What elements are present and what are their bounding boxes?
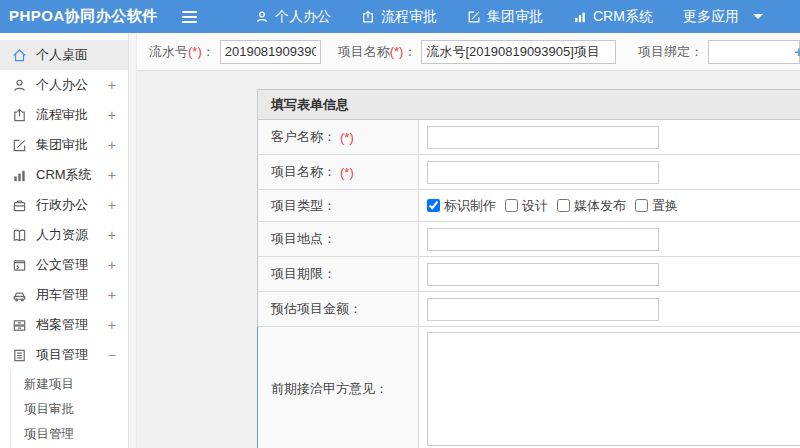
field-label: 项目类型： xyxy=(258,190,419,221)
project-binding-input[interactable] xyxy=(708,40,800,64)
project-type-checkbox-group: 标识制作 设计 媒体发布 置换 xyxy=(427,197,687,215)
checkbox-option-sign-making[interactable]: 标识制作 xyxy=(427,197,496,215)
sidebar-item-workflow-approval[interactable]: 流程审批 + xyxy=(0,100,128,130)
serial-number-input[interactable] xyxy=(220,40,321,64)
hamburger-menu-icon[interactable] xyxy=(178,7,201,27)
sidebar-item-project-mgmt[interactable]: 项目管理 − xyxy=(0,340,128,370)
form-row-preliminary-opinion: 前期接洽甲方意见： xyxy=(257,327,800,448)
field-label: 项目地点： xyxy=(258,222,419,256)
sidebar-item-label: 公文管理 xyxy=(36,256,108,274)
form-row-estimated-amount: 预估项目金额： xyxy=(257,292,800,327)
expand-plus-icon: + xyxy=(108,137,116,153)
sidebar: 个人桌面 个人办公 + 流程审批 + 集团审批 + xyxy=(0,33,129,448)
project-name-input[interactable] xyxy=(421,40,616,64)
sidebar-item-label: 集团审批 xyxy=(36,136,108,154)
project-form-table: 填写表单信息 客户名称：(*) 项目名称：(*) 项目类型： 标识制作 设计 媒… xyxy=(257,89,800,448)
field-label: 项目期限： xyxy=(258,257,419,291)
sidebar-item-label: 流程审批 xyxy=(36,106,108,124)
sidebar-item-personal-office[interactable]: 个人办公 + xyxy=(0,70,128,100)
top-nav-bar: PHPOA协同办公软件 个人办公 流程审批 集团审批 CRM系统 xyxy=(0,0,800,33)
sidebar-item-vehicle-mgmt[interactable]: 用车管理 + xyxy=(0,280,128,310)
field-label: 前期接洽甲方意见： xyxy=(258,327,419,448)
expand-plus-icon: + xyxy=(108,257,116,273)
sidebar-item-label: 用车管理 xyxy=(36,286,108,304)
preliminary-opinion-textarea[interactable] xyxy=(427,332,800,446)
nav-item-label: CRM系统 xyxy=(593,8,653,26)
exchange-checkbox[interactable] xyxy=(635,199,648,212)
archive-icon xyxy=(12,318,27,333)
expand-plus-icon: + xyxy=(108,77,116,93)
project-name-form-input[interactable] xyxy=(427,161,659,184)
project-location-input[interactable] xyxy=(427,228,659,251)
sidebar-item-label: CRM系统 xyxy=(36,166,108,184)
user-icon xyxy=(12,78,27,93)
project-binding-label: 项目绑定： xyxy=(638,43,703,61)
media-release-checkbox[interactable] xyxy=(557,199,570,212)
top-nav-items: 个人办公 流程审批 集团审批 CRM系统 更多应用 xyxy=(225,8,763,26)
sidebar-item-hr[interactable]: 人力资源 + xyxy=(0,220,128,250)
app-logo: PHPOA协同办公软件 xyxy=(0,7,128,26)
checkbox-option-exchange[interactable]: 置换 xyxy=(635,197,678,215)
nav-item-group-approval[interactable]: 集团审批 xyxy=(467,8,543,26)
sidebar-item-crm[interactable]: CRM系统 + xyxy=(0,160,128,190)
sign-making-checkbox[interactable] xyxy=(427,199,440,212)
nav-item-label: 流程审批 xyxy=(381,8,437,26)
bar-chart-icon xyxy=(573,10,587,24)
form-row-project-type: 项目类型： 标识制作 设计 媒体发布 置换 xyxy=(257,190,800,222)
sidebar-item-label: 个人办公 xyxy=(36,76,108,94)
checkbox-option-media-release[interactable]: 媒体发布 xyxy=(557,197,626,215)
expand-plus-icon: + xyxy=(108,167,116,183)
nav-item-personal-office[interactable]: 个人办公 xyxy=(255,8,331,26)
nav-item-label: 更多应用 xyxy=(683,8,739,26)
nav-item-workflow-approval[interactable]: 流程审批 xyxy=(361,8,437,26)
sidebar-item-admin-office[interactable]: 行政办公 + xyxy=(0,190,128,220)
sidebar-item-personal-desktop[interactable]: 个人桌面 xyxy=(0,40,128,70)
collapse-minus-icon: − xyxy=(108,347,116,363)
home-icon xyxy=(12,48,27,63)
form-row-customer-name: 客户名称：(*) xyxy=(257,120,800,155)
project-name-label: 项目名称(*)： xyxy=(338,43,417,61)
edit-icon xyxy=(467,10,481,24)
sidebar-item-label: 个人桌面 xyxy=(36,46,116,64)
nav-item-label: 集团审批 xyxy=(487,8,543,26)
estimated-amount-input[interactable] xyxy=(427,298,659,321)
caret-down-icon xyxy=(753,14,763,19)
briefcase-icon xyxy=(12,198,27,213)
car-icon xyxy=(12,288,27,303)
bar-chart-icon xyxy=(12,168,27,183)
clipboard-icon xyxy=(12,348,27,363)
sidebar-item-label: 人力资源 xyxy=(36,226,108,244)
checkbox-option-design[interactable]: 设计 xyxy=(505,197,548,215)
submenu-item-project-manage[interactable]: 项目管理 xyxy=(11,422,128,447)
share-icon xyxy=(361,10,375,24)
submenu-item-project-approval[interactable]: 项目审批 xyxy=(11,397,128,422)
expand-plus-icon: + xyxy=(108,287,116,303)
project-duration-input[interactable] xyxy=(427,263,659,286)
edit-icon xyxy=(12,138,27,153)
expand-plus-icon: + xyxy=(108,197,116,213)
field-label: 预估项目金额： xyxy=(258,292,419,326)
sidebar-item-document-mgmt[interactable]: 公文管理 + xyxy=(0,250,128,280)
form-row-project-location: 项目地点： xyxy=(257,222,800,257)
sidebar-item-archive-mgmt[interactable]: 档案管理 + xyxy=(0,310,128,340)
form-row-project-duration: 项目期限： xyxy=(257,257,800,292)
customer-name-input[interactable] xyxy=(427,126,659,149)
nav-item-crm[interactable]: CRM系统 xyxy=(573,8,653,26)
sidebar-scrollbar[interactable] xyxy=(129,33,137,448)
document-icon xyxy=(12,258,27,273)
sidebar-item-label: 项目管理 xyxy=(36,346,108,364)
add-binding-button[interactable]: + xyxy=(794,44,800,59)
sidebar-item-group-approval[interactable]: 集团审批 + xyxy=(0,130,128,160)
user-icon xyxy=(255,10,269,24)
nav-item-more-apps[interactable]: 更多应用 xyxy=(683,8,763,26)
serial-number-label: 流水号(*)： xyxy=(149,43,215,61)
expand-plus-icon: + xyxy=(108,227,116,243)
project-submenu: 新建项目 项目审批 项目管理 xyxy=(10,370,128,448)
field-label: 客户名称：(*) xyxy=(258,120,419,154)
share-icon xyxy=(12,108,27,123)
form-toolbar: 流水号(*)： 项目名称(*)： 项目绑定： + xyxy=(137,33,800,71)
main-content: 流水号(*)： 项目名称(*)： 项目绑定： + 填写表单信息 客户名称：(*)… xyxy=(137,33,800,448)
submenu-item-new-project[interactable]: 新建项目 xyxy=(11,372,128,397)
field-label: 项目名称：(*) xyxy=(258,155,419,189)
design-checkbox[interactable] xyxy=(505,199,518,212)
